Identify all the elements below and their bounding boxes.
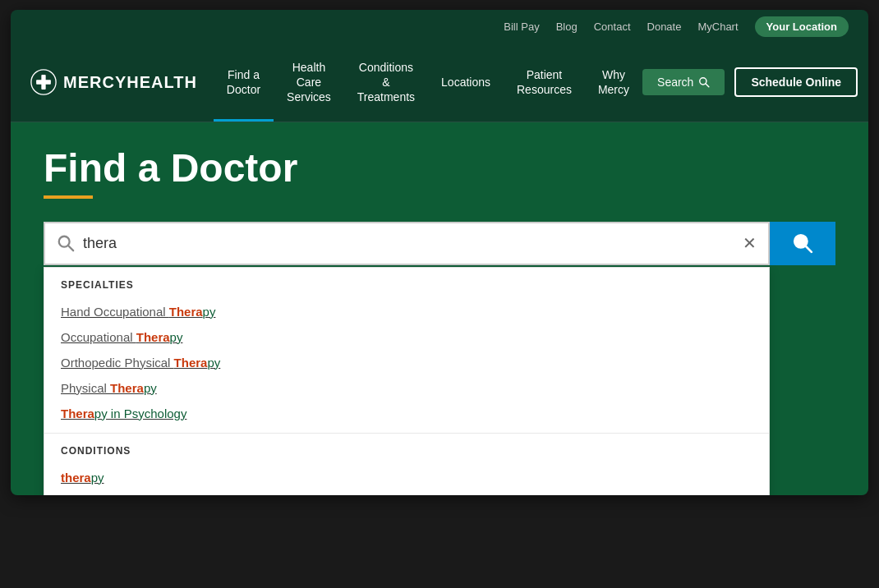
your-location-button[interactable]: Your Location <box>755 16 849 37</box>
svg-rect-2 <box>36 80 51 85</box>
search-icon <box>698 76 710 88</box>
mychart-link[interactable]: MyChart <box>697 21 738 33</box>
contact-link[interactable]: Contact <box>594 21 631 33</box>
hero-section: Find a Doctor ✕ <box>11 122 868 430</box>
condition-manipulative-therapy[interactable]: manipulative therapy <box>61 490 752 495</box>
search-container: ✕ SPECIALTIES Hand Occupational Therapy <box>44 222 835 265</box>
search-input[interactable] <box>83 223 734 264</box>
specialty-physical[interactable]: Physical Therapy <box>61 375 752 401</box>
search-submit-icon <box>792 232 813 254</box>
svg-line-4 <box>706 84 709 87</box>
title-underline <box>44 195 93 199</box>
nav-links: Find aDoctor HealthCareServices Conditio… <box>214 44 642 122</box>
blog-link[interactable]: Blog <box>556 21 578 33</box>
bill-pay-link[interactable]: Bill Pay <box>504 21 539 33</box>
page-title: Find a Doctor <box>44 145 835 191</box>
specialties-section: SPECIALTIES Hand Occupational Therapy Oc… <box>44 268 769 434</box>
conditions-category-label: CONDITIONS <box>61 445 752 457</box>
search-input-icon <box>57 234 75 252</box>
specialty-therapy-psychology[interactable]: Therapy in Psychology <box>61 401 752 426</box>
nav-actions: Search Schedule Online <box>642 57 858 107</box>
svg-line-8 <box>806 246 812 252</box>
nav-locations[interactable]: Locations <box>428 44 504 122</box>
nav-conditions[interactable]: Conditions&Treatments <box>344 44 428 122</box>
logo[interactable]: MERCYHEALTH <box>30 56 197 108</box>
specialties-category-label: SPECIALTIES <box>61 279 752 291</box>
search-nav-button[interactable]: Search <box>642 69 725 95</box>
logo-cross-icon <box>30 69 57 95</box>
nav-patient-resources[interactable]: PatientResources <box>504 44 585 122</box>
conditions-section: CONDITIONS therapy manipulative therapy … <box>44 434 769 495</box>
svg-line-6 <box>68 246 73 250</box>
search-input-wrapper: ✕ <box>44 222 770 265</box>
main-nav: MERCYHEALTH Find aDoctor HealthCareServi… <box>11 44 868 122</box>
logo-text: MERCYHEALTH <box>63 73 197 92</box>
condition-therapy[interactable]: therapy <box>61 465 752 490</box>
nav-why-mercy[interactable]: WhyMercy <box>585 44 642 122</box>
specialty-orthopedic-physical[interactable]: Orthopedic Physical Therapy <box>61 350 752 375</box>
nav-health-care[interactable]: HealthCareServices <box>274 44 344 122</box>
search-dropdown: SPECIALTIES Hand Occupational Therapy Oc… <box>44 267 770 495</box>
schedule-online-button[interactable]: Schedule Online <box>734 67 858 97</box>
specialty-occupational[interactable]: Occupational Therapy <box>61 324 752 350</box>
search-submit-button[interactable] <box>770 222 835 265</box>
specialty-hand-occupational[interactable]: Hand Occupational Therapy <box>61 299 752 324</box>
nav-find-doctor[interactable]: Find aDoctor <box>214 44 274 122</box>
donate-link[interactable]: Donate <box>647 21 682 33</box>
clear-search-button[interactable]: ✕ <box>743 235 757 251</box>
top-bar: Bill Pay Blog Contact Donate MyChart You… <box>11 10 868 44</box>
